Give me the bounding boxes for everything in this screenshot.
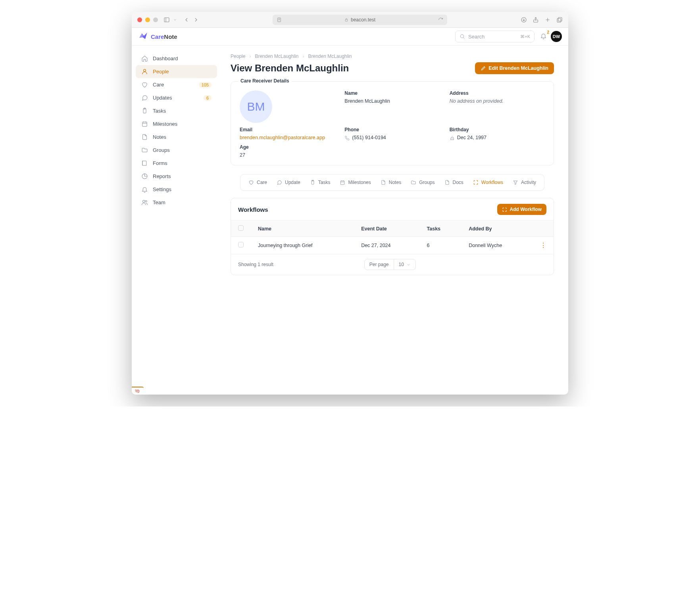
sidebar-item-care[interactable]: Care105 [136, 78, 217, 91]
workflows-panel: Workflows Add Workflow NameEvent DateTas… [231, 198, 554, 275]
sidebar-toggle-icon[interactable] [163, 17, 170, 23]
reload-icon[interactable] [438, 17, 443, 23]
plus-icon[interactable] [544, 17, 551, 23]
cake-icon [450, 135, 455, 140]
row-checkbox[interactable] [238, 242, 244, 247]
tab-label: Tasks [318, 180, 331, 185]
user-avatar[interactable]: DW [551, 31, 562, 42]
sidebar-item-tasks[interactable]: Tasks [136, 104, 217, 117]
workflow-add-icon [502, 207, 507, 212]
sidebar-item-label: Milestones [153, 121, 177, 127]
column-header[interactable]: Added By [462, 221, 533, 237]
pencil-icon [481, 65, 486, 71]
birthday-value: Dec 24, 1997 [457, 135, 487, 140]
sidebar-item-notes[interactable]: Notes [136, 130, 217, 144]
sidebar-item-forms[interactable]: Forms [136, 157, 217, 170]
detail-tabs: CareUpdateTasksMilestonesNotesGroupsDocs… [240, 174, 544, 191]
cell-date: Dec 27, 2024 [354, 237, 419, 254]
url-text: beacon.test [351, 17, 375, 23]
laravel-badge[interactable] [132, 387, 144, 395]
sidebar-item-people[interactable]: People [136, 65, 217, 78]
tab-notes[interactable]: Notes [377, 177, 405, 188]
workflow-icon [473, 180, 479, 185]
tab-label: Update [285, 180, 300, 185]
window-close[interactable] [137, 17, 142, 22]
sidebar-item-label: Updates [153, 95, 172, 101]
chevron-down-icon[interactable] [173, 17, 177, 23]
sidebar-item-reports[interactable]: Reports [136, 170, 217, 183]
add-workflow-button[interactable]: Add Workflow [497, 204, 546, 215]
app-header: CareNote Search ⌘+K 2 DW [132, 28, 568, 46]
tab-label: Milestones [348, 180, 371, 185]
card-legend: Care Receiver Details [238, 78, 292, 84]
breadcrumb-item[interactable]: Brenden McLaughlin [255, 54, 298, 59]
breadcrumb-item: Brenden McLaughlin [308, 54, 352, 59]
heart-icon [248, 180, 254, 185]
sidebar-item-groups[interactable]: Groups [136, 144, 217, 157]
tab-label: Notes [389, 180, 401, 185]
column-header[interactable]: Name [251, 221, 354, 237]
sidebar-item-team[interactable]: Team [136, 196, 217, 209]
workflows-table: NameEvent DateTasksAdded By Journeying t… [231, 220, 554, 254]
details-card: Care Receiver Details BM Name Brenden Mc… [231, 81, 554, 165]
svg-point-15 [144, 69, 146, 72]
address-bar[interactable]: beacon.test [273, 15, 447, 25]
sidebar-item-label: Settings [153, 186, 171, 192]
tab-label: Care [257, 180, 267, 185]
sidebar-badge: 6 [204, 95, 212, 101]
breadcrumb: People›Brenden McLaughlin›Brenden McLaug… [231, 54, 554, 59]
tab-label: Groups [419, 180, 435, 185]
panel-title: Workflows [238, 206, 268, 213]
sidebar-item-updates[interactable]: Updates6 [136, 91, 217, 104]
tab-label: Workflows [481, 180, 503, 185]
select-all-checkbox[interactable] [238, 225, 244, 231]
back-icon[interactable] [183, 17, 190, 23]
share-icon[interactable] [533, 17, 539, 23]
users-icon [141, 199, 148, 206]
pie-icon [141, 173, 148, 180]
tabs-icon[interactable] [556, 17, 563, 23]
sidebar-item-dashboard[interactable]: Dashboard [136, 52, 217, 65]
svg-rect-11 [558, 17, 562, 21]
tab-docs[interactable]: Docs [440, 177, 467, 188]
svg-rect-5 [345, 19, 348, 21]
search-input[interactable]: Search ⌘+K [455, 31, 535, 42]
pager: Per page 10 [364, 259, 416, 270]
svg-point-24 [145, 201, 147, 202]
tab-workflows[interactable]: Workflows [469, 177, 507, 188]
cell-name: Journeying through Grief [251, 237, 354, 254]
phone-value: (551) 914-0194 [352, 135, 386, 140]
email-value[interactable]: brenden.mclaughlin@pastoralcare.app [240, 135, 325, 140]
sidebar-item-label: Team [153, 199, 165, 205]
tab-update[interactable]: Update [273, 177, 304, 188]
forward-icon[interactable] [193, 17, 199, 23]
tab-tasks[interactable]: Tasks [306, 177, 335, 188]
add-workflow-label: Add Workflow [510, 207, 542, 212]
table-row[interactable]: Journeying through Grief Dec 27, 2024 6 … [231, 237, 554, 254]
reader-icon [277, 17, 282, 23]
column-header[interactable]: Event Date [354, 221, 419, 237]
page-title: View Brenden McLaughlin [231, 63, 349, 74]
sidebar: DashboardPeopleCare105Updates6TasksMiles… [132, 46, 221, 395]
sidebar-item-settings[interactable]: Settings [136, 183, 217, 196]
notifications-button[interactable]: 2 [540, 33, 547, 41]
logo[interactable]: CareNote [138, 31, 177, 42]
window-minimize[interactable] [145, 17, 150, 22]
download-icon[interactable] [521, 17, 527, 23]
column-header[interactable]: Tasks [420, 221, 462, 237]
heart-icon [141, 81, 148, 88]
window-zoom[interactable] [153, 17, 158, 22]
file-icon [381, 180, 386, 185]
tab-activity[interactable]: Activity [509, 177, 540, 188]
age-value: 27 [240, 152, 335, 158]
breadcrumb-item[interactable]: People [231, 54, 245, 59]
row-menu-button[interactable]: ⋮ [533, 237, 554, 254]
tab-care[interactable]: Care [244, 177, 271, 188]
chevron-down-icon [406, 262, 411, 267]
tab-milestones[interactable]: Milestones [336, 177, 375, 188]
sidebar-item-milestones[interactable]: Milestones [136, 117, 217, 130]
sidebar-item-label: Reports [153, 173, 171, 179]
edit-button[interactable]: Edit Brenden McLaughlin [475, 62, 554, 74]
tab-groups[interactable]: Groups [407, 177, 438, 188]
per-page-select[interactable]: 10 [394, 259, 415, 270]
